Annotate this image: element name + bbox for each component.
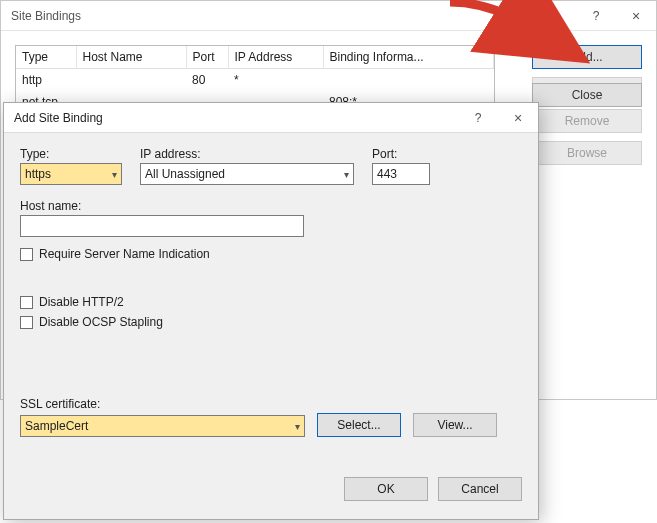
checkbox-icon (20, 316, 33, 329)
dialog-title: Add Site Binding (14, 103, 458, 133)
col-binding[interactable]: Binding Informa... (323, 46, 494, 69)
checkbox-icon (20, 248, 33, 261)
add-button[interactable]: Add... (532, 45, 642, 69)
dialog-title: Site Bindings (11, 1, 576, 31)
disable-ocsp-checkbox[interactable]: Disable OCSP Stapling (20, 315, 522, 329)
close-icon[interactable]: × (616, 1, 656, 31)
disable-http2-checkbox[interactable]: Disable HTTP/2 (20, 295, 522, 309)
port-label: Port: (372, 147, 430, 161)
col-ip[interactable]: IP Address (228, 46, 323, 69)
port-value: 443 (377, 167, 397, 181)
cell-type: http (16, 69, 76, 92)
cancel-button[interactable]: Cancel (438, 477, 522, 501)
cell-host (76, 69, 186, 92)
titlebar: Add Site Binding ? × (4, 103, 538, 133)
col-host[interactable]: Host Name (76, 46, 186, 69)
type-label: Type: (20, 147, 122, 161)
add-site-binding-dialog: Add Site Binding ? × Type: https ▾ IP ad… (3, 102, 539, 520)
table-header-row: Type Host Name Port IP Address Binding I… (16, 46, 494, 69)
type-select[interactable]: https ▾ (20, 163, 122, 185)
host-input[interactable] (20, 215, 304, 237)
col-port[interactable]: Port (186, 46, 228, 69)
chevron-down-icon: ▾ (112, 169, 117, 180)
sni-label: Require Server Name Indication (39, 247, 210, 261)
ip-label: IP address: (140, 147, 354, 161)
checkbox-icon (20, 296, 33, 309)
cell-port: 80 (186, 69, 228, 92)
cert-label: SSL certificate: (20, 397, 522, 411)
help-icon[interactable]: ? (458, 103, 498, 133)
port-input[interactable]: 443 (372, 163, 430, 185)
ocsp-label: Disable OCSP Stapling (39, 315, 163, 329)
chevron-down-icon: ▾ (295, 421, 300, 432)
close-button[interactable]: Close (532, 83, 642, 107)
ok-button[interactable]: OK (344, 477, 428, 501)
ip-value: All Unassigned (145, 167, 225, 181)
type-value: https (25, 167, 51, 181)
sni-checkbox[interactable]: Require Server Name Indication (20, 247, 522, 261)
cert-select[interactable]: SampleCert ▾ (20, 415, 305, 437)
host-label: Host name: (20, 199, 522, 213)
cell-binding (323, 69, 494, 92)
table-row[interactable]: http 80 * (16, 69, 494, 92)
close-icon[interactable]: × (498, 103, 538, 133)
view-button[interactable]: View... (413, 413, 497, 437)
col-type[interactable]: Type (16, 46, 76, 69)
cell-ip: * (228, 69, 323, 92)
titlebar: Site Bindings ? × (1, 1, 656, 31)
select-button[interactable]: Select... (317, 413, 401, 437)
h2-label: Disable HTTP/2 (39, 295, 124, 309)
close-row: Close (532, 83, 642, 115)
dialog-body: Type: https ▾ IP address: All Unassigned… (4, 133, 538, 513)
chevron-down-icon: ▾ (344, 169, 349, 180)
ip-select[interactable]: All Unassigned ▾ (140, 163, 354, 185)
help-icon[interactable]: ? (576, 1, 616, 31)
browse-button: Browse (532, 141, 642, 165)
cert-value: SampleCert (25, 419, 88, 433)
